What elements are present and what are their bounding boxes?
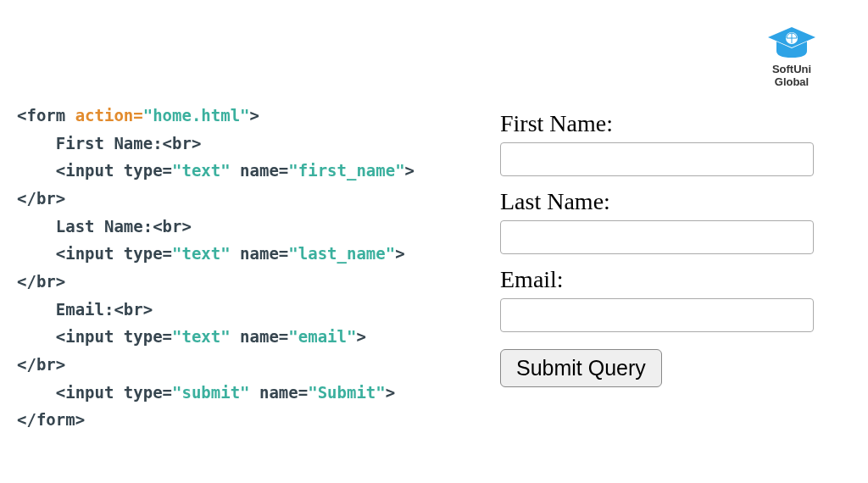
submit-button[interactable]: Submit Query [500, 349, 662, 387]
code-token: > [405, 161, 415, 180]
code-token: "email" [288, 327, 356, 346]
code-token: name= [231, 244, 289, 263]
code-token: "home.html" [143, 106, 250, 125]
code-token: "first_name" [288, 161, 404, 180]
code-token: > [395, 244, 404, 263]
code-token: <input type= [17, 161, 172, 180]
code-token: </form> [17, 410, 85, 429]
graduation-cap-icon [766, 25, 817, 61]
code-token: <form [17, 106, 75, 125]
email-input[interactable] [500, 298, 814, 332]
last-name-label: Last Name: [500, 188, 822, 215]
code-token: > [386, 383, 395, 402]
code-token: </br> [17, 355, 65, 374]
email-label: Email: [500, 266, 822, 293]
code-token: > [250, 106, 259, 125]
code-token: name= [250, 383, 309, 402]
logo: SoftUni Global [762, 25, 821, 89]
code-token: Last Name:<br> [17, 217, 192, 236]
code-token: "last_name" [288, 244, 395, 263]
logo-text-line1: SoftUni [762, 64, 821, 76]
code-token: "text" [172, 161, 231, 180]
code-token: <input type= [17, 327, 172, 346]
code-token: "Submit" [308, 383, 386, 402]
code-token: name= [231, 161, 289, 180]
code-snippet: <form action="home.html"> First Name:<br… [17, 102, 441, 434]
code-token: action= [75, 106, 143, 125]
first-name-input[interactable] [500, 142, 814, 176]
code-token: > [356, 327, 365, 346]
code-token: </br> [17, 272, 65, 291]
code-token: "submit" [172, 383, 250, 402]
code-token: First Name:<br> [17, 134, 201, 153]
code-token: "text" [172, 244, 231, 263]
code-token: <input type= [17, 244, 172, 263]
first-name-label: First Name: [500, 110, 822, 137]
code-token: </br> [17, 189, 65, 208]
code-token: <input type= [17, 383, 172, 402]
code-token: "text" [172, 327, 231, 346]
last-name-input[interactable] [500, 220, 814, 254]
logo-text: SoftUni Global [762, 64, 821, 89]
rendered-form: First Name: Last Name: Email: Submit Que… [500, 102, 822, 434]
code-token: name= [231, 327, 289, 346]
code-token: Email:<br> [17, 300, 153, 319]
logo-text-line2: Global [762, 76, 821, 89]
